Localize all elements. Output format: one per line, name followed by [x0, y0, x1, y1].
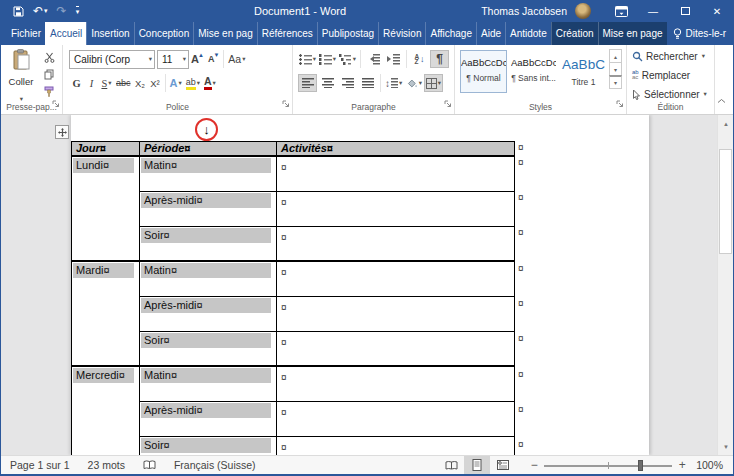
tab-creation-table-tools[interactable]: Création — [551, 22, 598, 45]
cell-period[interactable]: Après-midi¤ — [140, 401, 277, 436]
tab-mise-en-page-table-tools[interactable]: Mise en page — [598, 22, 667, 45]
font-family-combobox[interactable]: Calibri (Corp ▾ — [69, 50, 155, 69]
replace-button[interactable]: abac Remplacer — [632, 67, 714, 83]
styles-more-button[interactable]: ▾ — [609, 75, 622, 89]
multilevel-list-button[interactable]: ▾ — [338, 50, 357, 68]
qat-customize-button[interactable]: ▾ — [76, 6, 80, 16]
cell-activities[interactable]: ¤ — [277, 401, 515, 436]
styles-scroll-up-button[interactable]: ▴ — [609, 49, 622, 63]
tab-accueil[interactable]: Accueil — [45, 22, 86, 45]
cell-activities[interactable]: ¤ — [277, 296, 515, 331]
find-button[interactable]: Rechercher ▾ — [632, 48, 714, 64]
font-color-button[interactable]: A▾ — [202, 74, 218, 92]
scroll-down-button[interactable]: ▼ — [718, 439, 733, 454]
font-dialog-launcher[interactable] — [282, 94, 290, 112]
bullets-button[interactable]: ▾ — [298, 50, 317, 68]
align-right-button[interactable] — [338, 74, 357, 92]
text-effects-button[interactable]: A▾ — [168, 74, 184, 92]
zoom-out-button[interactable]: − — [526, 458, 542, 472]
header-cell-periode[interactable]: Période¤ — [140, 142, 277, 157]
cell-day-mercredi[interactable]: Mercredi¤ — [72, 366, 140, 455]
header-cell-activites[interactable]: Activités¤ — [277, 142, 515, 157]
cell-activities[interactable]: ¤ — [277, 156, 515, 191]
user-name[interactable]: Thomas Jacobsen — [481, 5, 567, 17]
read-mode-button[interactable] — [438, 456, 464, 474]
collapse-ribbon-button[interactable] — [717, 90, 726, 108]
subscript-button[interactable]: X₂ — [133, 74, 148, 92]
borders-button[interactable]: ▾ — [424, 74, 443, 92]
cell-period[interactable]: Après-midi¤ — [140, 296, 277, 331]
cell-day-mardi[interactable]: Mardi¤ — [72, 261, 140, 366]
cell-period[interactable]: Soir¤ — [140, 226, 277, 261]
cell-period[interactable]: Matin¤ — [140, 366, 277, 401]
tell-me-button[interactable]: Dites-le-r — [667, 22, 733, 45]
superscript-button[interactable]: X² — [148, 74, 163, 92]
align-left-button[interactable] — [298, 74, 317, 92]
cell-period[interactable]: Soir¤ — [140, 436, 277, 455]
tab-mise-en-page-1[interactable]: Mise en pag — [193, 22, 256, 45]
cell-activities[interactable]: ¤ — [277, 191, 515, 226]
tab-affichage[interactable]: Affichage — [425, 22, 476, 45]
italic-button[interactable]: I — [84, 74, 99, 92]
style-heading-1[interactable]: AaBbC Titre 1 — [560, 50, 607, 93]
maximize-button[interactable] — [669, 0, 701, 22]
cell-activities[interactable]: ¤ — [277, 366, 515, 401]
decrease-indent-button[interactable] — [364, 50, 383, 68]
zoom-slider-thumb[interactable] — [638, 460, 643, 471]
redo-button[interactable]: ↷ — [57, 5, 67, 17]
paragraph-dialog-launcher[interactable] — [444, 94, 452, 112]
cell-activities[interactable]: ¤ — [277, 331, 515, 366]
grow-font-button[interactable]: A▲ — [189, 50, 206, 68]
zoom-level[interactable]: 100% — [690, 459, 733, 471]
print-layout-button[interactable] — [464, 456, 490, 474]
line-spacing-button[interactable]: ↕▾ — [384, 74, 403, 92]
shrink-font-button[interactable]: A▼ — [206, 50, 221, 68]
tab-publipostage[interactable]: Publipostag — [317, 22, 378, 45]
scrollbar-thumb[interactable] — [719, 149, 732, 254]
increase-indent-button[interactable] — [384, 50, 403, 68]
tab-conception[interactable]: Conception — [134, 22, 194, 45]
styles-scroll-down-button[interactable]: ▾ — [609, 62, 622, 76]
style-normal[interactable]: AaBbCcDc ¶ Normal — [460, 50, 507, 93]
ribbon-display-options-button[interactable] — [605, 0, 637, 22]
table-move-handle[interactable] — [55, 125, 69, 139]
header-cell-jour[interactable]: Jour¤ — [72, 142, 140, 157]
font-size-combobox[interactable]: 11 ▾ — [157, 50, 189, 69]
numbering-button[interactable]: ▾ — [318, 50, 337, 68]
avatar[interactable] — [575, 3, 591, 19]
show-formatting-marks-button[interactable]: ¶ — [430, 50, 449, 68]
underline-button[interactable]: S▾ — [99, 74, 114, 92]
tab-aide[interactable]: Aide — [476, 22, 505, 45]
bold-button[interactable]: G — [69, 74, 84, 92]
paste-button[interactable]: Coller ▾ — [5, 49, 37, 97]
tab-antidote[interactable]: Antidote — [505, 22, 551, 45]
styles-dialog-launcher[interactable] — [616, 94, 624, 112]
status-language[interactable]: Français (Suisse) — [165, 459, 265, 471]
cell-activities[interactable]: ¤ — [277, 226, 515, 261]
save-button[interactable] — [13, 6, 24, 17]
tab-insertion[interactable]: Insertion — [86, 22, 133, 45]
shading-button[interactable]: ▾ — [404, 74, 423, 92]
cell-day-lundi[interactable]: Lundi¤ — [72, 156, 140, 261]
cell-period[interactable]: Soir¤ — [140, 331, 277, 366]
vertical-scrollbar[interactable]: ▲ ▼ — [717, 115, 733, 455]
highlight-button[interactable]: ab▾ — [184, 74, 202, 92]
scroll-up-button[interactable]: ▲ — [718, 116, 733, 131]
zoom-in-button[interactable]: + — [674, 458, 690, 472]
cell-activities[interactable]: ¤ — [277, 261, 515, 296]
tab-references[interactable]: Références — [257, 22, 317, 45]
strikethrough-button[interactable]: abc — [114, 74, 133, 92]
cell-period[interactable]: Matin¤ — [140, 156, 277, 191]
proofing-status-button[interactable] — [134, 460, 165, 470]
justify-button[interactable] — [358, 74, 377, 92]
undo-button[interactable]: ↶▾ — [33, 5, 48, 17]
sort-button[interactable]: AZ↓ — [410, 50, 429, 68]
tab-fichier[interactable]: Fichier — [7, 22, 45, 45]
style-no-spacing[interactable]: AaBbCcDc ¶ Sans int... — [510, 50, 557, 93]
copy-button[interactable] — [41, 67, 57, 81]
cell-period[interactable]: Matin¤ — [140, 261, 277, 296]
clipboard-dialog-launcher[interactable] — [52, 94, 60, 112]
change-case-button[interactable]: Aa▾ — [226, 50, 247, 68]
status-page-number[interactable]: Page 1 sur 1 — [1, 459, 79, 471]
status-word-count[interactable]: 23 mots — [79, 459, 134, 471]
